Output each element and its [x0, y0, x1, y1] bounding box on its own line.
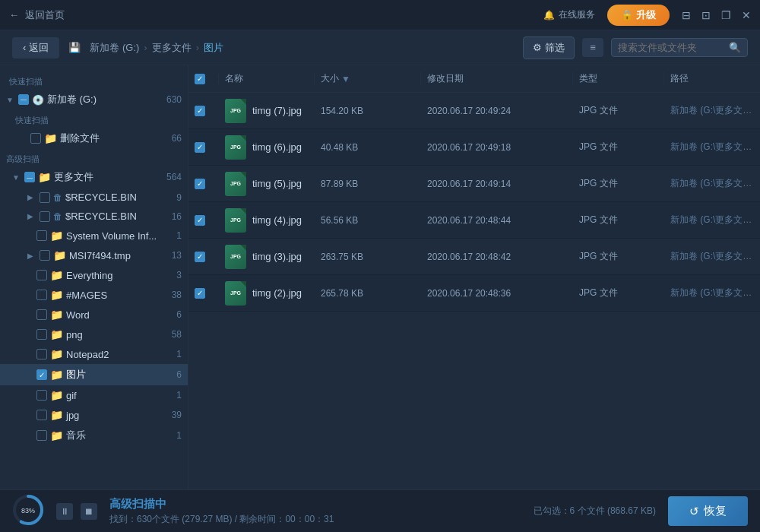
restore-icon[interactable]: ❐	[721, 9, 731, 21]
msi-cb[interactable]	[40, 250, 50, 261]
row-checkbox[interactable]	[195, 142, 205, 153]
filter-button[interactable]: ⚙ 筛选	[523, 36, 575, 59]
sidebar-item-system[interactable]: 📁 System Volume Inf... 1	[0, 226, 188, 245]
row-checkbox-cell[interactable]	[188, 179, 219, 189]
row-checkbox-cell[interactable]	[188, 252, 219, 262]
more-folder-icon: 📁	[38, 171, 51, 183]
sidebar-item-mages[interactable]: 📁 #MAGES 38	[0, 285, 188, 305]
search-input[interactable]	[618, 42, 724, 53]
list-view-button[interactable]: ≡	[582, 38, 603, 57]
row-checkbox-cell[interactable]	[188, 142, 219, 153]
music-cb[interactable]	[36, 430, 47, 441]
row-checkbox-cell[interactable]	[188, 215, 219, 226]
quick-scan-section: 快速扫描	[0, 110, 188, 128]
header-checkbox-cell[interactable]	[188, 74, 219, 84]
close-icon[interactable]: ✕	[742, 9, 751, 21]
row-checkbox[interactable]	[195, 179, 205, 189]
png-cb[interactable]	[36, 329, 47, 340]
sidebar-item-gif[interactable]: 📁 gif 1	[0, 385, 188, 405]
type-column-label: 类型	[579, 72, 597, 85]
row-checkbox[interactable]	[195, 288, 205, 299]
row-checkbox-cell[interactable]	[188, 288, 219, 299]
jpg-cb[interactable]	[36, 410, 47, 420]
sidebar-item-recycle2[interactable]: ▶ 🗑 $RECYCLE.BIN 16	[0, 207, 188, 226]
row-path: 新加卷 (G:\更多文件...	[664, 287, 760, 299]
everything-cb[interactable]	[36, 270, 47, 280]
row-name-cell: JPG timg (5).jpg	[219, 172, 315, 196]
select-all-checkbox[interactable]	[195, 74, 205, 84]
maximize-icon[interactable]: ⊡	[701, 9, 711, 21]
word-cb[interactable]	[36, 309, 47, 320]
row-type: JPG 文件	[573, 287, 664, 299]
gif-icon: 📁	[50, 389, 63, 401]
deleted-checkbox[interactable]	[30, 133, 41, 144]
restore-label: 恢复	[704, 504, 727, 518]
table-row[interactable]: JPG timg (6).jpg 40.48 KB 2020.06.17 20:…	[188, 129, 760, 166]
table-row[interactable]: JPG timg (4).jpg 56.56 KB 2020.06.17 20:…	[188, 202, 760, 239]
recycle1-cb[interactable]	[40, 192, 50, 203]
table-row[interactable]: JPG timg (5).jpg 87.89 KB 2020.06.17 20:…	[188, 166, 760, 202]
sidebar-item-recycle1[interactable]: ▶ 🗑 $RECYCLE.BIN 9	[0, 188, 188, 207]
header-name[interactable]: 名称	[219, 72, 315, 85]
sidebar-item-everything[interactable]: 📁 Everything 3	[0, 265, 188, 285]
sidebar-item-jpg[interactable]: 📁 jpg 39	[0, 405, 188, 425]
header-path[interactable]: 路径	[664, 72, 760, 85]
row-checkbox[interactable]	[195, 106, 205, 116]
sidebar-msi-count: 13	[160, 250, 182, 261]
row-filename: timg (6).jpg	[252, 141, 302, 153]
breadcrumb-part-1[interactable]: 新加卷 (G:)	[90, 41, 139, 55]
bottom-bar: 83% ⏸ ⏹ 高级扫描中 找到：630个文件 (279.27 MB) / 剩余…	[0, 489, 760, 532]
header-type[interactable]: 类型	[573, 72, 664, 85]
sidebar-item-drive[interactable]: ▼ — 💿 新加卷 (G:) 630	[0, 89, 188, 110]
navbar: ‹ 返回 💾 新加卷 (G:) › 更多文件 › 图片 ⚙ 筛选 ≡ 🔍	[0, 30, 760, 65]
drive-checkbox[interactable]: —	[18, 94, 29, 105]
header-date[interactable]: 修改日期	[421, 72, 573, 85]
back-button[interactable]: ‹ 返回	[12, 37, 59, 59]
back-home-button[interactable]: ← 返回首页	[9, 8, 65, 22]
sidebar-item-music[interactable]: 📁 音乐 1	[0, 425, 188, 446]
table-row[interactable]: JPG timg (3).jpg 263.75 KB 2020.06.17 20…	[188, 239, 760, 275]
recycle2-icon: 🗑	[53, 211, 62, 222]
sidebar-item-notepad2[interactable]: 📁 Notepad2 1	[0, 344, 188, 364]
restore-button[interactable]: ↺ 恢复	[668, 496, 748, 526]
gif-cb[interactable]	[36, 390, 47, 401]
table-row[interactable]: JPG timg (7).jpg 154.20 KB 2020.06.17 20…	[188, 93, 760, 129]
system-icon: 📁	[50, 230, 63, 242]
recycle2-cb[interactable]	[40, 211, 50, 222]
main-layout: 快速扫描 ▼ — 💿 新加卷 (G:) 630 快速扫描 📁 删除文件 66 高…	[0, 65, 760, 489]
service-button[interactable]: 🔔 在线服务	[543, 8, 595, 21]
notepad2-cb[interactable]	[36, 349, 47, 359]
breadcrumb: 新加卷 (G:) › 更多文件 › 图片	[90, 41, 223, 55]
deep-scan-section: 高级扫描	[0, 149, 188, 166]
sidebar-item-word[interactable]: 📁 Word 6	[0, 305, 188, 325]
row-date: 2020.06.17 20:49:18	[421, 142, 573, 153]
row-checkbox[interactable]	[195, 215, 205, 226]
breadcrumb-part-3[interactable]: 图片	[204, 41, 223, 55]
system-cb[interactable]	[36, 230, 47, 241]
word-icon: 📁	[50, 309, 63, 321]
sidebar-item-png[interactable]: 📁 png 58	[0, 325, 188, 344]
row-filename: timg (3).jpg	[252, 251, 302, 262]
header-size[interactable]: 大小 ▼	[315, 72, 421, 85]
more-checkbox[interactable]: —	[24, 172, 35, 182]
pictures-cb[interactable]	[36, 369, 47, 380]
back-label: 返回	[29, 41, 49, 55]
stop-button[interactable]: ⏹	[81, 503, 97, 520]
row-date: 2020.06.17 20:49:24	[421, 106, 573, 116]
row-path: 新加卷 (G:\更多文件...	[664, 214, 760, 226]
row-checkbox-cell[interactable]	[188, 106, 219, 116]
sidebar-item-msi[interactable]: ▶ 📁 MSI7f494.tmp 13	[0, 245, 188, 265]
sidebar-item-pictures[interactable]: 📁 图片 6	[0, 364, 188, 385]
row-date: 2020.06.17 20:48:42	[421, 252, 573, 262]
breadcrumb-part-2[interactable]: 更多文件	[152, 41, 192, 55]
sidebar-item-deleted[interactable]: 📁 删除文件 66	[0, 128, 188, 149]
upgrade-button[interactable]: 🔒 升级	[607, 5, 670, 26]
drive-folder-icon: 💿	[32, 94, 44, 106]
table-row[interactable]: JPG timg (2).jpg 265.78 KB 2020.06.17 20…	[188, 275, 760, 312]
minimize-icon[interactable]: ⊟	[682, 9, 691, 21]
pause-button[interactable]: ⏸	[56, 503, 73, 520]
recycle1-expand: ▶	[27, 193, 36, 201]
row-checkbox[interactable]	[195, 252, 205, 262]
sidebar-item-more[interactable]: ▼ — 📁 更多文件 564	[0, 166, 188, 188]
mages-cb[interactable]	[36, 290, 47, 300]
